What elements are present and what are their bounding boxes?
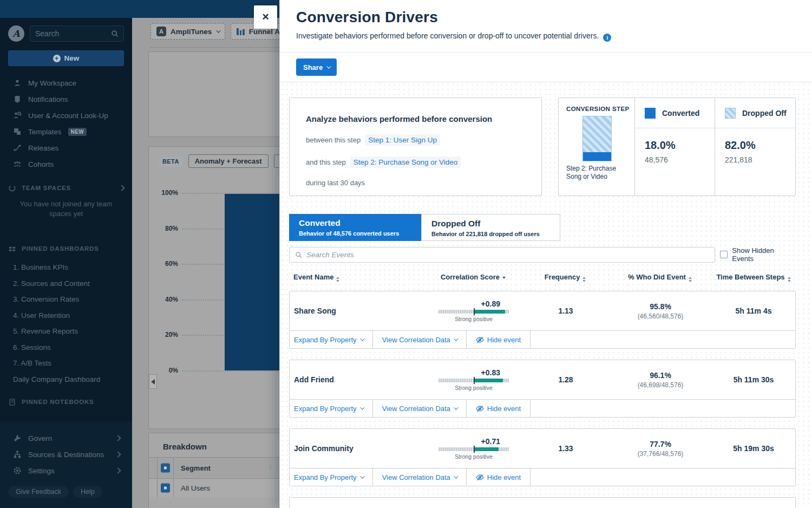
eye-off-icon — [476, 473, 484, 481]
percent-detail: (37,766/48,576) — [609, 450, 712, 458]
view-correlation-data-button[interactable]: View Correlation Data — [373, 331, 467, 348]
correlation-bar-zero-tick — [474, 308, 475, 315]
pinned-dashboard-item[interactable]: 6. Sessions — [0, 340, 132, 356]
sidebar-item-settings[interactable]: Settings — [0, 463, 132, 479]
sidebar-item-lookup[interactable]: User & Account Look-Up — [0, 107, 132, 123]
hide-event-button[interactable]: Hide event — [467, 331, 531, 348]
column-header-time-between-steps[interactable]: Time Between Steps — [711, 273, 796, 282]
breakdown-row-all-users[interactable]: All Users — [149, 479, 279, 497]
sort-icon[interactable] — [689, 277, 692, 282]
sort-icon[interactable] — [788, 277, 791, 282]
correlation-strength-label: Strong positive — [455, 316, 492, 322]
beta-badge: BETA — [159, 157, 183, 166]
step1-selector[interactable]: Step 1: User Sign Up — [365, 134, 440, 146]
plus-icon: + — [53, 55, 61, 62]
sidebar-item-templates[interactable]: TemplatesNEW — [0, 123, 132, 140]
chevron-right-icon — [115, 435, 121, 441]
event-name: Join Community — [290, 444, 425, 453]
hide-event-button[interactable]: Hide event — [467, 400, 531, 417]
background-card — [148, 51, 279, 137]
info-icon[interactable]: i — [603, 34, 611, 42]
sources-icon — [13, 450, 22, 459]
compare-button[interactable]: Compare — [274, 154, 279, 168]
show-hidden-events-toggle[interactable]: Show Hidden Events — [720, 246, 796, 263]
sidebar-item-label: Sources & Destinations — [28, 451, 109, 459]
view-correlation-data-button[interactable]: View Correlation Data — [373, 400, 467, 417]
share-button[interactable]: Share — [296, 58, 337, 76]
column-header-correlation-score[interactable]: Correlation Score — [424, 273, 522, 281]
sidebar-item-sources[interactable]: Sources & Destinations — [0, 446, 132, 463]
sort-icon[interactable] — [502, 277, 506, 279]
chevron-down-icon — [326, 64, 331, 68]
templates-icon — [13, 127, 22, 136]
chevron-down-icon — [454, 405, 458, 409]
correlation-bar — [438, 310, 509, 314]
pinned-dashboard-item[interactable]: 7. A/B Tests — [0, 355, 132, 372]
checkbox-icon[interactable] — [720, 251, 728, 258]
converted-legend-swatch — [645, 108, 656, 119]
anomaly-forecast-button[interactable]: Anomaly + Forecast — [188, 154, 269, 168]
sort-icon[interactable] — [336, 277, 339, 282]
expand-by-property-button[interactable]: Expand By Property — [290, 331, 373, 348]
sidebar-item-govern[interactable]: Govern — [0, 430, 132, 446]
pinned-dashboard-item[interactable]: 4. User Retention — [0, 308, 132, 324]
y-axis-tick-label: 20% — [149, 331, 178, 338]
collapse-handle[interactable] — [149, 374, 157, 389]
sidebar-item-workspace[interactable]: My Workspace — [0, 75, 132, 91]
pinned-dashboard-item[interactable]: Daily Company Dashboard — [0, 372, 132, 388]
sidebar-item-notifications[interactable]: Notifications — [0, 91, 132, 107]
sidebar-search-input[interactable]: Search — [30, 25, 124, 42]
new-button[interactable]: + New — [8, 50, 124, 66]
search-icon — [295, 251, 302, 258]
view-correlation-data-button[interactable]: View Correlation Data — [373, 468, 467, 486]
column-header-frequency[interactable]: Frequency — [522, 273, 608, 282]
govern-icon — [13, 434, 22, 442]
help-button[interactable]: Help — [73, 486, 102, 498]
workspace-tab-amplitunes[interactable]: A AmpliTunes — [150, 23, 225, 40]
percent-detail: (46,698/48,576) — [609, 381, 712, 389]
expand-by-property-button[interactable]: Expand By Property — [290, 400, 373, 417]
chevron-down-icon — [360, 405, 364, 409]
search-events-input[interactable]: Search Events — [289, 247, 715, 263]
pinned-dashboards-list: 1. Business KPIs2. Sources and Content3.… — [0, 259, 132, 387]
event-row: Add Friend+0.83Strong positive1.2896.1%(… — [289, 360, 796, 418]
correlation-bar-zero-tick — [474, 446, 475, 453]
dropped-off-legend-swatch — [725, 108, 736, 119]
column-header-event-name[interactable]: Event Name — [289, 273, 424, 282]
pinned-dashboard-item[interactable]: 5. Revenue Reports — [0, 323, 132, 340]
event-name: Add Friend — [290, 375, 425, 384]
correlation-bar-zero-tick — [474, 377, 475, 384]
pinned-dashboard-item[interactable]: 1. Business KPIs — [0, 259, 132, 276]
segment-column-header[interactable]: Segment — [181, 464, 211, 472]
analyze-heading: Analyze behaviors performed before conve… — [306, 114, 541, 123]
give-feedback-button[interactable]: Give Feedback — [8, 486, 69, 498]
sidebar-item-label: Releases — [28, 144, 58, 152]
pinned-dashboard-item[interactable]: 3. Conversion Rates — [0, 291, 132, 308]
conversion-step-mini-chart — [582, 116, 612, 161]
event-row-main: Share Song+0.89Strong positive1.1395.8%(… — [290, 291, 795, 330]
close-button[interactable]: ✕ — [254, 5, 277, 29]
sidebar-section-team-spaces[interactable]: TEAM SPACES — [0, 182, 132, 194]
pinned-dashboard-item[interactable]: 2. Sources and Content — [0, 276, 132, 292]
percent-who-did-event-cell: 96.1%(46,698/48,576) — [609, 371, 712, 389]
sort-icon[interactable] — [582, 277, 586, 282]
sidebar-item-releases[interactable]: Releases — [0, 140, 132, 156]
tab-dropped-off[interactable]: Dropped Off Behavior of 221,818 dropped … — [421, 214, 560, 241]
step2-selector[interactable]: Step 2: Purchase Song or Video — [350, 157, 461, 168]
funnel-chart-icon — [237, 28, 245, 35]
time-between-steps-value: 5h 11m 30s — [712, 375, 795, 384]
conversion-step-header: CONVERSION STEP — [566, 106, 629, 112]
hide-event-button[interactable]: Hide event — [467, 468, 531, 486]
search-events-placeholder: Search Events — [306, 251, 354, 259]
chevron-down-icon — [216, 28, 220, 32]
funnel-chart-card: BETA Anomaly + Forecast Compare 100%80%6… — [148, 146, 279, 429]
column-header--who-did-event[interactable]: % Who Did Event — [608, 273, 711, 282]
tab-converted[interactable]: Converted Behavior of 48,576 converted u… — [289, 214, 421, 241]
y-axis-tick-label: 40% — [149, 296, 178, 303]
amplitude-logo[interactable]: A — [8, 25, 24, 42]
sort-icon[interactable] — [269, 465, 272, 470]
correlation-score-value: +0.71 — [438, 437, 509, 446]
sidebar-item-cohorts[interactable]: Cohorts — [0, 156, 132, 172]
team-spaces-empty-text: You have not joined any team spaces yet — [13, 199, 119, 219]
expand-by-property-button[interactable]: Expand By Property — [290, 468, 373, 486]
